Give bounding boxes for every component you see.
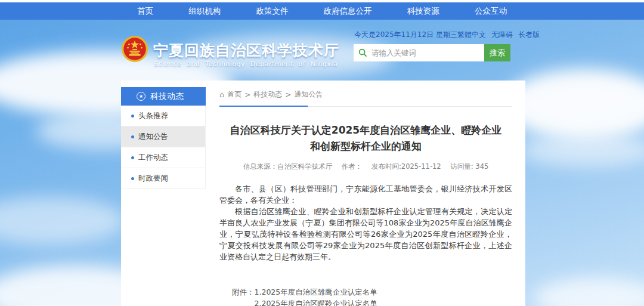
sidebar-item-headlines[interactable]: 头条推荐	[121, 106, 205, 126]
search-button[interactable]: 搜索	[484, 44, 510, 61]
header-utility-row: 今天是2025年11月12日 星期三 繁體中文 无障碍 长者版	[354, 30, 520, 40]
cloud-decoration	[534, 277, 644, 306]
link-elder-version[interactable]: 长者版	[518, 30, 540, 40]
meta-view-count: 访问量: 345	[450, 162, 488, 171]
main-content-panel: ★ 科技动态 头条推荐 通知公告 工作动态 时政要闻 ⌂	[121, 81, 525, 306]
link-traditional-chinese[interactable]: 繁體中文	[457, 30, 486, 40]
bullet-dot-icon	[131, 177, 134, 180]
breadcrumb-tech-news[interactable]: 科技动态	[253, 89, 282, 100]
article-column: ⌂ 首页 > 科技动态 > 通知公告 自治区科技厅关于认定2025年度自治区雏鹰…	[206, 81, 525, 306]
sidebar-item-label: 通知公告	[138, 132, 168, 142]
article-paragraph: 各市、县（区）科技管理部门，宁东能源化工基地管委会，银川经济技术开发区管委会，各…	[219, 183, 512, 206]
breadcrumb-separator: >	[285, 91, 291, 99]
sidebar-item-label: 工作动态	[138, 153, 168, 163]
search-icon	[358, 48, 367, 57]
breadcrumb-separator: >	[244, 91, 250, 99]
nav-item-policy[interactable]: 政策文件	[256, 6, 288, 17]
sidebar-item-politics-news[interactable]: 时政要闻	[121, 168, 205, 189]
top-nav-bar: 首页 组织机构 政策文件 政府信息公开 科技资源 公众互动	[0, 2, 644, 20]
national-emblem-logo	[121, 35, 148, 63]
star-circle-icon: ★	[137, 92, 145, 101]
nav-item-resources[interactable]: 科技资源	[407, 6, 439, 17]
breadcrumb: ⌂ 首页 > 科技动态 > 通知公告	[219, 89, 512, 107]
nav-item-gov-info[interactable]: 政府信息公开	[324, 6, 372, 17]
article-meta: 信息来源：自治区科学技术厅 作者： 发布时间:2025-11-12 访问量: 3…	[219, 162, 512, 171]
breadcrumb-notices[interactable]: 通知公告	[294, 89, 323, 100]
cloud-decoration	[0, 197, 125, 245]
article-title: 自治区科技厅关于认定2025年度自治区雏鹰企业、瞪羚企业 和创新型标杆企业的通知	[219, 122, 512, 154]
top-nav-items: 首页 组织机构 政策文件 政府信息公开 科技资源 公众互动	[116, 2, 528, 20]
meta-publish-time: 发布时间:2025-11-12	[371, 162, 441, 171]
attachments-label: 附件：	[232, 286, 255, 306]
article-body: 各市、县（区）科技管理部门，宁东能源化工基地管委会，银川经济技术开发区管委会，各…	[219, 183, 512, 262]
sidebar-item-notices[interactable]: 通知公告	[121, 126, 205, 147]
search-bar: 搜索	[354, 44, 510, 61]
sidebar-item-label: 时政要闻	[138, 174, 168, 184]
current-date-text: 今天是2025年11月12日 星期三	[354, 30, 457, 40]
attachment-link-1[interactable]: 1.2025年度自治区雏鹰企业认定名单	[255, 286, 400, 298]
bullet-dot-icon	[131, 156, 134, 159]
sidebar-title: 科技动态	[150, 91, 184, 102]
search-input[interactable]	[354, 44, 484, 61]
attachment-link-2[interactable]: 2.2025年度自治区瞪羚企业认定名单	[255, 298, 400, 306]
nav-item-organization[interactable]: 组织机构	[188, 6, 221, 17]
sidebar-item-label: 头条推荐	[138, 111, 168, 121]
meta-author: 作者：	[342, 162, 363, 171]
sidebar-item-work-news[interactable]: 工作动态	[121, 147, 205, 168]
article-paragraph: 根据自治区雏鹰企业、瞪羚企业和创新型标杆企业认定管理有关规定，决定认定半亩良人农…	[219, 206, 512, 262]
breadcrumb-active-underline	[219, 106, 308, 107]
nav-item-interaction[interactable]: 公众互动	[475, 6, 507, 17]
nav-item-home[interactable]: 首页	[137, 6, 153, 17]
home-icon: ⌂	[219, 90, 224, 99]
meta-source: 信息来源：自治区科学技术厅	[243, 162, 333, 171]
breadcrumb-home[interactable]: 首页	[227, 89, 242, 100]
bullet-dot-icon	[131, 115, 134, 118]
sidebar: ★ 科技动态 头条推荐 通知公告 工作动态 时政要闻	[121, 87, 206, 189]
cloud-decoration	[519, 134, 644, 167]
bullet-dot-icon	[131, 135, 134, 138]
site-title: 宁夏回族自治区科学技术厅	[153, 41, 339, 60]
article-title-line2: 和创新型标杆企业的通知	[219, 138, 512, 154]
link-accessibility[interactable]: 无障碍	[491, 30, 513, 40]
sidebar-header: ★ 科技动态	[121, 87, 206, 106]
article-title-line1: 自治区科技厅关于认定2025年度自治区雏鹰企业、瞪羚企业	[219, 122, 512, 138]
attachments-block: 附件： 1.2025年度自治区雏鹰企业认定名单 2.2025年度自治区瞪羚企业认…	[232, 286, 512, 306]
site-subtitle-english: Science and Technology Department of Nin…	[154, 60, 338, 68]
